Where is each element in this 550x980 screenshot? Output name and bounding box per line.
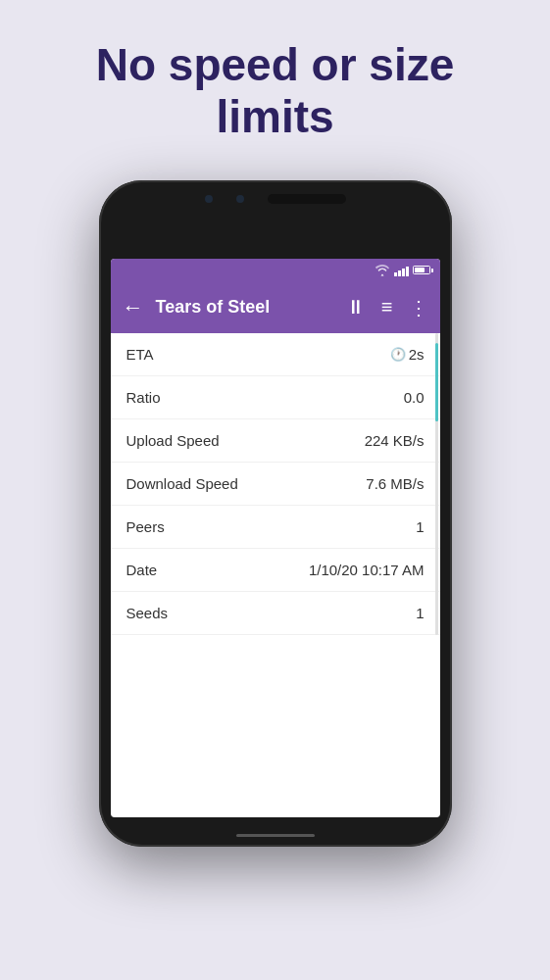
stat-label-eta: ETA — [126, 346, 154, 363]
stat-value-eta: 🕐 2s — [390, 346, 425, 363]
scrollbar[interactable] — [435, 343, 438, 421]
list-button[interactable]: ≡ — [381, 296, 393, 318]
phone-outer-shell: ← Tears of Steel ⏸ ≡ ⋮ ETA 🕐 2s — [99, 180, 452, 847]
stat-label-download-speed: Download Speed — [126, 475, 238, 492]
battery-icon — [413, 266, 430, 274]
camera-dot-left — [205, 195, 213, 203]
page-headline: No speed or size limits — [0, 39, 550, 143]
signal-icon — [394, 265, 409, 276]
stat-row-peers: Peers 1 — [111, 506, 440, 549]
stat-row-download-speed: Download Speed 7.6 MB/s — [111, 463, 440, 506]
camera-dot-mid — [236, 195, 244, 203]
back-button[interactable]: ← — [123, 297, 144, 318]
status-bar — [111, 259, 440, 282]
home-indicator — [236, 834, 315, 837]
stat-value-upload-speed: 224 KB/s — [365, 432, 425, 449]
toolbar-actions: ⏸ ≡ ⋮ — [346, 296, 428, 319]
clock-icon: 🕐 — [390, 347, 406, 362]
stat-row-eta: ETA 🕐 2s — [111, 333, 440, 376]
stat-label-seeds: Seeds — [126, 605, 169, 621]
app-toolbar: ← Tears of Steel ⏸ ≡ ⋮ — [111, 282, 440, 333]
stat-value-ratio: 0.0 — [404, 389, 425, 406]
phone-mockup: ← Tears of Steel ⏸ ≡ ⋮ ETA 🕐 2s — [99, 180, 452, 847]
stat-row-upload-speed: Upload Speed 224 KB/s — [111, 419, 440, 463]
stat-value-seeds: 1 — [416, 605, 424, 621]
content-area: ETA 🕐 2s Ratio 0.0 Upload Speed 224 KB/s… — [111, 333, 440, 635]
stat-label-date: Date — [126, 562, 158, 578]
stat-value-date: 1/10/20 10:17 AM — [309, 562, 425, 578]
more-button[interactable]: ⋮ — [409, 296, 428, 319]
status-icons — [375, 265, 430, 276]
speaker-grille — [268, 194, 346, 204]
stat-value-peers: 1 — [416, 518, 424, 535]
stat-row-ratio: Ratio 0.0 — [111, 376, 440, 419]
phone-camera-area — [99, 194, 452, 204]
stat-label-upload-speed: Upload Speed — [126, 432, 220, 449]
pause-button[interactable]: ⏸ — [346, 296, 366, 318]
stat-value-download-speed: 7.6 MB/s — [366, 475, 424, 492]
phone-screen: ← Tears of Steel ⏸ ≡ ⋮ ETA 🕐 2s — [111, 259, 440, 817]
wifi-icon — [375, 265, 390, 276]
stat-row-seeds: Seeds 1 — [111, 592, 440, 635]
stat-row-date: Date 1/10/20 10:17 AM — [111, 549, 440, 592]
stat-label-peers: Peers — [126, 518, 165, 535]
stat-label-ratio: Ratio — [126, 389, 161, 406]
toolbar-title: Tears of Steel — [156, 297, 334, 318]
